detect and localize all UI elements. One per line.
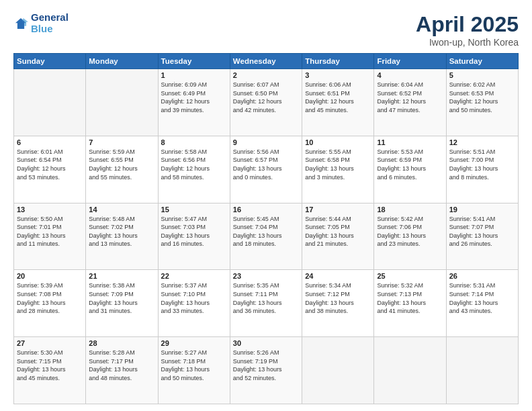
calendar-cell: 8Sunrise: 5:58 AMSunset: 6:56 PMDaylight… xyxy=(158,136,230,203)
calendar-cell: 4Sunrise: 6:04 AMSunset: 6:52 PMDaylight… xyxy=(374,69,446,136)
day-info: Sunrise: 5:47 AMSunset: 7:03 PMDaylight:… xyxy=(161,215,227,248)
calendar-cell: 12Sunrise: 5:51 AMSunset: 7:00 PMDayligh… xyxy=(446,136,518,203)
day-number: 15 xyxy=(161,205,227,214)
calendar-week-row: 27Sunrise: 5:30 AMSunset: 7:15 PMDayligh… xyxy=(14,337,519,404)
subtitle: Iwon-up, North Korea xyxy=(416,37,519,48)
logo-line2: Blue xyxy=(31,24,69,35)
day-number: 24 xyxy=(305,272,371,280)
day-info: Sunrise: 6:06 AMSunset: 6:51 PMDaylight:… xyxy=(305,81,371,114)
calendar-cell: 1Sunrise: 6:09 AMSunset: 6:49 PMDaylight… xyxy=(158,69,230,136)
day-number: 7 xyxy=(89,138,154,146)
calendar-cell: 28Sunrise: 5:28 AMSunset: 7:17 PMDayligh… xyxy=(86,337,158,404)
day-info: Sunrise: 5:41 AMSunset: 7:07 PMDaylight:… xyxy=(449,215,515,248)
calendar-week-row: 1Sunrise: 6:09 AMSunset: 6:49 PMDaylight… xyxy=(14,69,519,136)
calendar-cell: 13Sunrise: 5:50 AMSunset: 7:01 PMDayligh… xyxy=(14,203,86,270)
day-info: Sunrise: 6:07 AMSunset: 6:50 PMDaylight:… xyxy=(233,81,299,114)
day-number: 8 xyxy=(161,138,227,146)
calendar-cell: 7Sunrise: 5:59 AMSunset: 6:55 PMDaylight… xyxy=(86,136,158,203)
day-info: Sunrise: 5:26 AMSunset: 7:19 PMDaylight:… xyxy=(233,349,299,382)
day-info: Sunrise: 5:51 AMSunset: 7:00 PMDaylight:… xyxy=(449,148,515,181)
calendar-cell: 6Sunrise: 6:01 AMSunset: 6:54 PMDaylight… xyxy=(14,136,86,203)
day-number: 25 xyxy=(377,272,443,280)
day-info: Sunrise: 5:58 AMSunset: 6:56 PMDaylight:… xyxy=(161,148,227,181)
logo-line1: General xyxy=(31,12,69,24)
day-number: 30 xyxy=(233,339,299,347)
header: General Blue April 2025 Iwon-up, North K… xyxy=(13,12,519,48)
calendar-cell: 21Sunrise: 5:38 AMSunset: 7:09 PMDayligh… xyxy=(86,270,158,337)
calendar-cell xyxy=(14,69,86,136)
calendar-cell: 25Sunrise: 5:32 AMSunset: 7:13 PMDayligh… xyxy=(374,270,446,337)
day-info: Sunrise: 5:34 AMSunset: 7:12 PMDaylight:… xyxy=(305,281,371,315)
day-info: Sunrise: 5:55 AMSunset: 6:58 PMDaylight:… xyxy=(305,148,371,181)
calendar-cell: 26Sunrise: 5:31 AMSunset: 7:14 PMDayligh… xyxy=(446,270,518,337)
day-info: Sunrise: 5:44 AMSunset: 7:05 PMDaylight:… xyxy=(305,215,371,248)
title-block: April 2025 Iwon-up, North Korea xyxy=(416,12,519,48)
calendar-cell: 9Sunrise: 5:56 AMSunset: 6:57 PMDaylight… xyxy=(230,136,302,203)
day-number: 17 xyxy=(305,205,371,214)
calendar-day-header: Tuesday xyxy=(158,54,230,69)
day-number: 26 xyxy=(449,272,515,280)
calendar-day-header: Monday xyxy=(86,54,158,69)
calendar-cell: 29Sunrise: 5:27 AMSunset: 7:18 PMDayligh… xyxy=(158,337,230,404)
calendar-day-header: Saturday xyxy=(446,54,518,69)
day-number: 29 xyxy=(161,339,227,347)
calendar-cell: 23Sunrise: 5:35 AMSunset: 7:11 PMDayligh… xyxy=(230,270,302,337)
calendar-week-row: 13Sunrise: 5:50 AMSunset: 7:01 PMDayligh… xyxy=(14,203,519,270)
day-info: Sunrise: 5:42 AMSunset: 7:06 PMDaylight:… xyxy=(377,215,443,248)
calendar-week-row: 20Sunrise: 5:39 AMSunset: 7:08 PMDayligh… xyxy=(14,270,519,337)
calendar-cell: 14Sunrise: 5:48 AMSunset: 7:02 PMDayligh… xyxy=(86,203,158,270)
calendar-cell xyxy=(374,337,446,404)
calendar-table: SundayMondayTuesdayWednesdayThursdayFrid… xyxy=(13,53,519,404)
day-number: 14 xyxy=(89,205,154,214)
day-info: Sunrise: 5:56 AMSunset: 6:57 PMDaylight:… xyxy=(233,148,299,181)
calendar-cell xyxy=(446,337,518,404)
day-number: 4 xyxy=(377,71,443,79)
day-info: Sunrise: 5:31 AMSunset: 7:14 PMDaylight:… xyxy=(449,281,515,315)
calendar-cell: 20Sunrise: 5:39 AMSunset: 7:08 PMDayligh… xyxy=(14,270,86,337)
day-info: Sunrise: 5:38 AMSunset: 7:09 PMDaylight:… xyxy=(89,281,154,315)
day-number: 1 xyxy=(161,71,227,79)
day-info: Sunrise: 5:30 AMSunset: 7:15 PMDaylight:… xyxy=(17,349,83,382)
day-number: 12 xyxy=(449,138,515,146)
calendar-cell: 11Sunrise: 5:53 AMSunset: 6:59 PMDayligh… xyxy=(374,136,446,203)
logo-icon xyxy=(13,16,28,31)
day-number: 6 xyxy=(17,138,83,146)
day-number: 27 xyxy=(17,339,83,347)
calendar-day-header: Thursday xyxy=(302,54,374,69)
calendar-cell: 22Sunrise: 5:37 AMSunset: 7:10 PMDayligh… xyxy=(158,270,230,337)
day-number: 13 xyxy=(17,205,83,214)
day-number: 16 xyxy=(233,205,299,214)
day-number: 28 xyxy=(89,339,154,347)
day-info: Sunrise: 5:59 AMSunset: 6:55 PMDaylight:… xyxy=(89,148,154,181)
day-info: Sunrise: 5:45 AMSunset: 7:04 PMDaylight:… xyxy=(233,215,299,248)
logo: General Blue xyxy=(13,12,69,34)
day-number: 22 xyxy=(161,272,227,280)
calendar-cell: 27Sunrise: 5:30 AMSunset: 7:15 PMDayligh… xyxy=(14,337,86,404)
calendar-cell: 2Sunrise: 6:07 AMSunset: 6:50 PMDaylight… xyxy=(230,69,302,136)
day-number: 3 xyxy=(305,71,371,79)
calendar-cell: 3Sunrise: 6:06 AMSunset: 6:51 PMDaylight… xyxy=(302,69,374,136)
day-info: Sunrise: 6:02 AMSunset: 6:53 PMDaylight:… xyxy=(449,81,515,114)
calendar-cell: 15Sunrise: 5:47 AMSunset: 7:03 PMDayligh… xyxy=(158,203,230,270)
day-info: Sunrise: 5:32 AMSunset: 7:13 PMDaylight:… xyxy=(377,281,443,315)
calendar-cell xyxy=(302,337,374,404)
calendar-cell: 16Sunrise: 5:45 AMSunset: 7:04 PMDayligh… xyxy=(230,203,302,270)
day-number: 11 xyxy=(377,138,443,146)
day-number: 19 xyxy=(449,205,515,214)
calendar-cell: 17Sunrise: 5:44 AMSunset: 7:05 PMDayligh… xyxy=(302,203,374,270)
calendar-day-header: Sunday xyxy=(14,54,86,69)
day-number: 21 xyxy=(89,272,154,280)
day-info: Sunrise: 6:09 AMSunset: 6:49 PMDaylight:… xyxy=(161,81,227,114)
calendar-cell: 10Sunrise: 5:55 AMSunset: 6:58 PMDayligh… xyxy=(302,136,374,203)
day-info: Sunrise: 5:27 AMSunset: 7:18 PMDaylight:… xyxy=(161,349,227,382)
main-title: April 2025 xyxy=(416,12,519,37)
calendar-cell: 19Sunrise: 5:41 AMSunset: 7:07 PMDayligh… xyxy=(446,203,518,270)
day-number: 5 xyxy=(449,71,515,79)
day-number: 2 xyxy=(233,71,299,79)
calendar-day-header: Friday xyxy=(374,54,446,69)
calendar-cell: 24Sunrise: 5:34 AMSunset: 7:12 PMDayligh… xyxy=(302,270,374,337)
day-number: 10 xyxy=(305,138,371,146)
calendar-week-row: 6Sunrise: 6:01 AMSunset: 6:54 PMDaylight… xyxy=(14,136,519,203)
day-info: Sunrise: 5:35 AMSunset: 7:11 PMDaylight:… xyxy=(233,281,299,315)
logo-text: General Blue xyxy=(31,12,69,34)
